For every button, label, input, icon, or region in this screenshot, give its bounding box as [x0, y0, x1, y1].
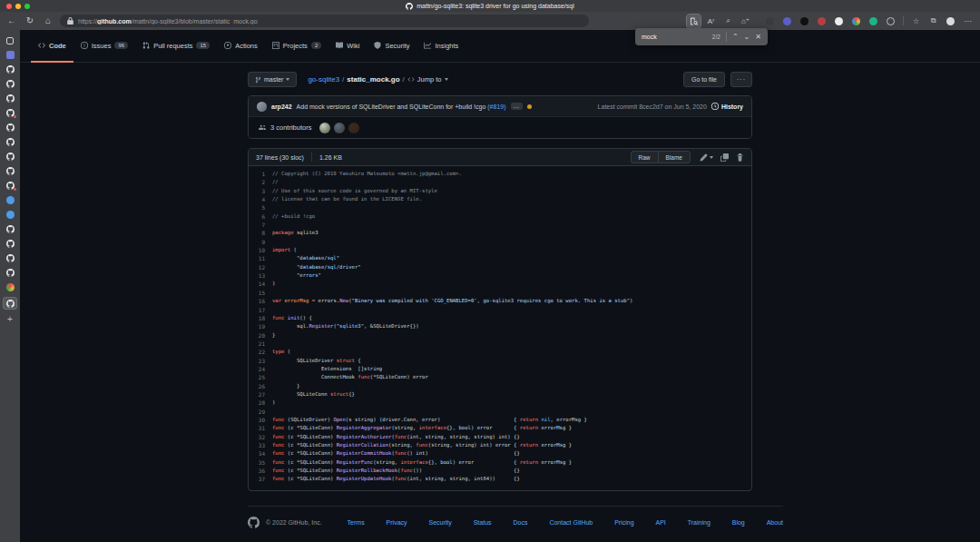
back-icon[interactable]: ←: [5, 16, 18, 25]
edit-file-button[interactable]: [700, 153, 713, 162]
line-number[interactable]: 31: [249, 424, 272, 432]
line-number[interactable]: 17: [249, 306, 272, 314]
file-options-kebab[interactable]: ···: [730, 72, 752, 87]
browser-tab-favicon[interactable]: [3, 50, 17, 60]
line-number[interactable]: 1: [249, 170, 272, 178]
footer-link-api[interactable]: API: [656, 519, 666, 526]
footer-link-privacy[interactable]: Privacy: [387, 519, 407, 526]
contributor-avatar[interactable]: [348, 123, 359, 133]
repo-tab-actions[interactable]: Actions: [217, 30, 265, 63]
extension-icon-2[interactable]: [780, 15, 794, 28]
line-number[interactable]: 26: [249, 382, 272, 390]
line-number[interactable]: 33: [249, 441, 272, 449]
footer-link-terms[interactable]: Terms: [348, 519, 365, 526]
line-number[interactable]: 18: [249, 314, 272, 322]
github-tab-favicon[interactable]: [3, 94, 17, 103]
breadcrumb-repo-link[interactable]: go-sqlite3: [308, 75, 339, 84]
browser-essentials-icon[interactable]: ⌂⁺: [739, 15, 752, 28]
line-number[interactable]: 4: [249, 195, 272, 203]
footer-link-training[interactable]: Training: [688, 519, 710, 526]
find-next-icon[interactable]: ⌄: [744, 34, 750, 41]
find-previous-icon[interactable]: ⌃: [732, 34, 739, 41]
history-link[interactable]: History: [711, 103, 743, 110]
footer-link-contact-github[interactable]: Contact GitHub: [549, 519, 593, 526]
line-number[interactable]: 20: [249, 331, 272, 340]
tab-panel-icon[interactable]: [3, 35, 17, 45]
favorites-icon[interactable]: ☆: [909, 15, 923, 28]
find-close-icon[interactable]: ✕: [755, 34, 761, 41]
line-number[interactable]: 28: [249, 399, 272, 407]
line-number[interactable]: 14: [249, 280, 272, 288]
profile-avatar[interactable]: [944, 15, 957, 28]
github-tab-favicon[interactable]: [3, 64, 17, 74]
line-number[interactable]: 11: [249, 254, 272, 262]
extension-icon-3[interactable]: [798, 15, 811, 28]
footer-link-about[interactable]: About: [767, 519, 783, 526]
line-number[interactable]: 27: [249, 390, 272, 399]
line-number[interactable]: 12: [249, 263, 272, 271]
raw-button[interactable]: Raw: [631, 151, 659, 163]
github-tab-favicon[interactable]: [3, 79, 17, 89]
extension-icon-5[interactable]: [832, 15, 846, 28]
line-number[interactable]: 32: [249, 433, 272, 441]
github-tab-favicon[interactable]: [3, 123, 17, 133]
commit-message[interactable]: Add mock versions of SQLiteDriver and SQ…: [297, 103, 506, 110]
line-number[interactable]: 36: [249, 467, 272, 475]
line-number[interactable]: 2: [249, 178, 272, 186]
line-number[interactable]: 29: [249, 408, 272, 416]
line-number[interactable]: 22: [249, 348, 272, 356]
line-number[interactable]: 34: [249, 449, 272, 458]
line-number[interactable]: 35: [249, 458, 272, 467]
repo-tab-issues[interactable]: Issues96: [74, 30, 135, 63]
line-number[interactable]: 37: [249, 475, 272, 483]
repo-tab-security[interactable]: Security: [367, 30, 416, 63]
new-tab-button[interactable]: +: [3, 314, 17, 324]
repo-tab-wiki[interactable]: Wiki: [328, 30, 367, 63]
delete-icon[interactable]: [736, 153, 744, 162]
github-tab-favicon[interactable]: [3, 239, 17, 249]
line-number[interactable]: 16: [249, 297, 272, 305]
line-number[interactable]: 23: [249, 357, 272, 365]
footer-link-security[interactable]: Security: [428, 519, 451, 526]
commit-author-avatar[interactable]: [257, 102, 267, 112]
extension-icon-8[interactable]: [884, 15, 897, 28]
line-number[interactable]: 15: [249, 289, 272, 297]
github-tab-favicon[interactable]: [3, 268, 17, 278]
browser-tab-favicon[interactable]: [3, 195, 17, 205]
jump-to-dropdown[interactable]: Jump to: [407, 75, 448, 84]
github-tab-favicon[interactable]: [3, 137, 17, 147]
refresh-icon[interactable]: ↻: [24, 16, 36, 25]
find-in-page-icon[interactable]: [687, 15, 701, 28]
pr-link[interactable]: (#819): [487, 103, 505, 110]
line-number[interactable]: 10: [249, 246, 272, 254]
home-icon[interactable]: ⌂: [42, 16, 54, 25]
commit-status-dot[interactable]: [527, 104, 532, 109]
repo-tab-pull-requests[interactable]: Pull requests15: [135, 30, 217, 63]
settings-menu-icon[interactable]: ⋯: [961, 15, 975, 28]
line-number[interactable]: 24: [249, 365, 272, 373]
zoom-icon[interactable]: ⌕: [721, 15, 735, 28]
line-number[interactable]: 9: [249, 238, 272, 246]
extension-icon-6[interactable]: [849, 15, 863, 28]
address-bar[interactable]: https://github.com/mattn/go-sqlite3/blob…: [60, 15, 589, 27]
line-number[interactable]: 6: [249, 212, 272, 221]
line-number[interactable]: 21: [249, 340, 272, 348]
github-tab-favicon[interactable]: [3, 181, 17, 191]
line-number[interactable]: 13: [249, 271, 272, 280]
github-tab-favicon[interactable]: [3, 224, 17, 234]
copy-icon[interactable]: [720, 153, 729, 162]
collections-icon[interactable]: ⧉: [926, 15, 940, 28]
find-query[interactable]: mock: [642, 34, 707, 40]
browser-tab-favicon[interactable]: [3, 210, 17, 220]
repo-tab-insights[interactable]: Insights: [416, 30, 466, 63]
line-number[interactable]: 5: [249, 203, 272, 212]
github-tab-favicon[interactable]: [3, 297, 17, 310]
repo-tab-projects[interactable]: Projects2: [265, 30, 328, 63]
line-number[interactable]: 19: [249, 322, 272, 330]
extension-icon-4[interactable]: [815, 15, 828, 28]
footer-link-docs[interactable]: Docs: [514, 519, 528, 526]
footer-link-blog[interactable]: Blog: [732, 519, 745, 526]
line-number[interactable]: 30: [249, 416, 272, 424]
commit-author[interactable]: arp242: [271, 103, 292, 110]
contributor-avatar[interactable]: [319, 123, 330, 133]
